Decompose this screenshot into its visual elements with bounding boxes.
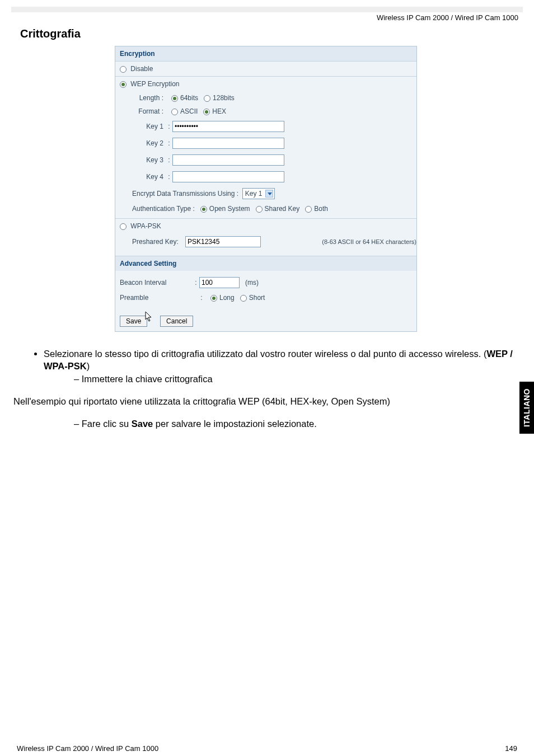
disable-label: Disable xyxy=(130,65,153,73)
format-hex-radio[interactable] xyxy=(203,109,210,115)
psk-label: Preshared Key: xyxy=(132,238,185,246)
language-tab: ITALIANO xyxy=(519,382,534,434)
encryption-header: Encryption xyxy=(115,46,416,61)
sub2-a: Fare clic su xyxy=(82,419,132,429)
key3-label: Key 3 xyxy=(132,156,166,164)
psk-hint: (8-63 ASCII or 64 HEX characters) xyxy=(322,238,416,245)
auth-both-label: Both xyxy=(314,205,328,213)
preamble-long-radio[interactable] xyxy=(210,295,217,302)
bullet-text-a: Selezionare lo stesso tipo di crittograf… xyxy=(44,349,486,359)
encrypt-using-select[interactable]: Key 1 xyxy=(242,188,275,199)
format-hex-label: HEX xyxy=(212,107,226,115)
key3-input[interactable] xyxy=(172,154,284,166)
psk-input[interactable] xyxy=(185,236,261,247)
beacon-input[interactable] xyxy=(199,277,240,288)
encrypt-using-label: Encrypt Data Transmissions Using : xyxy=(132,190,238,198)
key1-input[interactable] xyxy=(172,121,284,132)
auth-both-radio[interactable] xyxy=(305,206,312,213)
wep-label: WEP Encryption xyxy=(130,80,179,88)
wpa-label: WPA-PSK xyxy=(130,222,161,230)
preamble-label: Preamble xyxy=(120,294,193,302)
footer-left: Wireless IP Cam 2000 / Wired IP Cam 1000 xyxy=(17,744,158,753)
key1-label: Key 1 xyxy=(132,123,166,130)
beacon-unit: (ms) xyxy=(245,279,259,287)
auth-open-label: Open System xyxy=(209,205,250,213)
auth-shared-radio[interactable] xyxy=(256,206,263,213)
format-ascii-radio[interactable] xyxy=(171,109,178,115)
encrypt-using-value: Key 1 xyxy=(245,190,263,198)
cancel-button[interactable]: Cancel xyxy=(160,316,193,327)
auth-shared-label: Shared Key xyxy=(265,205,300,213)
sub2-b: Save xyxy=(132,419,153,429)
preamble-long-label: Long xyxy=(219,294,235,302)
wpa-radio[interactable] xyxy=(120,223,127,230)
bullet-text-c: ) xyxy=(87,361,90,371)
length-128-radio[interactable] xyxy=(204,95,210,102)
beacon-label: Beacon Interval xyxy=(120,279,193,287)
section-title: Crittografia xyxy=(0,27,534,40)
key4-label: Key 4 xyxy=(132,173,166,181)
wep-radio[interactable] xyxy=(120,81,127,88)
format-label: Format : xyxy=(132,107,166,115)
encryption-panel: Encryption Disable WEP Encryption Length… xyxy=(115,46,417,332)
cursor-icon xyxy=(145,311,154,322)
length-64-radio[interactable] xyxy=(171,95,178,102)
disable-radio[interactable] xyxy=(120,66,127,73)
body-text: Selezionare lo stesso tipo di crittograf… xyxy=(17,348,517,430)
advanced-header: Advanced Setting xyxy=(115,256,416,271)
header-product: Wireless IP Cam 2000 / Wired IP Cam 1000 xyxy=(0,12,534,25)
key4-input[interactable] xyxy=(172,171,284,182)
sub-bullet-1: Immettere la chiave crittografica xyxy=(74,373,517,385)
auth-type-label: Authentication Type : xyxy=(132,205,195,213)
format-ascii-label: ASCII xyxy=(180,107,198,115)
chevron-down-icon xyxy=(265,190,273,198)
sub2-c: per salvare le impostazioni selezionate. xyxy=(153,419,317,429)
key2-input[interactable] xyxy=(172,138,284,149)
length-label: Length : xyxy=(132,94,166,102)
top-stripe xyxy=(11,7,523,12)
example-paragraph: Nell'esempio qui riportato viene utilizz… xyxy=(13,395,517,407)
auth-open-radio[interactable] xyxy=(200,206,207,213)
key2-label: Key 2 xyxy=(132,139,166,147)
footer-page: 149 xyxy=(505,744,517,753)
preamble-short-radio[interactable] xyxy=(240,295,247,302)
preamble-short-label: Short xyxy=(249,294,265,302)
save-button[interactable]: Save xyxy=(120,316,147,327)
length-64-label: 64bits xyxy=(180,94,198,102)
length-128-label: 128bits xyxy=(213,94,235,102)
